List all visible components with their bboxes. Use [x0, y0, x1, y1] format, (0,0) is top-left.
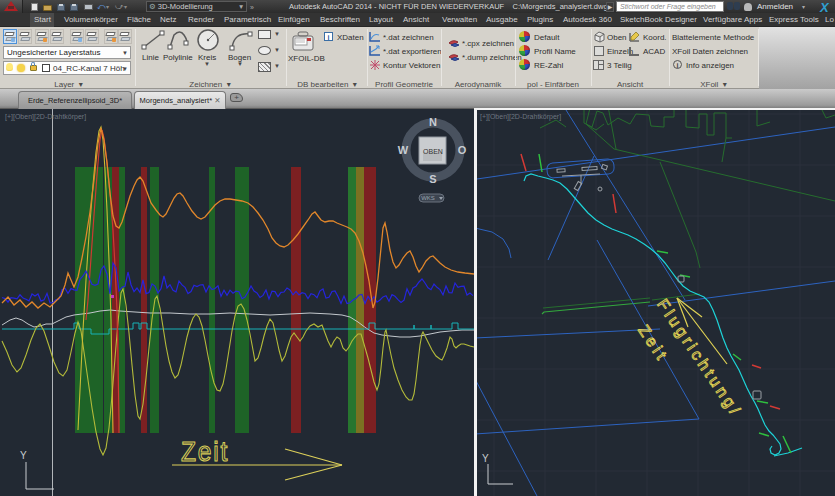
svg-text:W: W: [398, 144, 409, 156]
svg-text:WKS: WKS: [421, 195, 435, 201]
svg-text:O: O: [458, 144, 467, 156]
svg-text:S: S: [429, 173, 436, 185]
svg-text:Y: Y: [482, 453, 489, 464]
svg-text:N: N: [429, 116, 437, 128]
svg-text:Y: Y: [20, 450, 27, 461]
svg-text:OBEN: OBEN: [423, 148, 443, 155]
